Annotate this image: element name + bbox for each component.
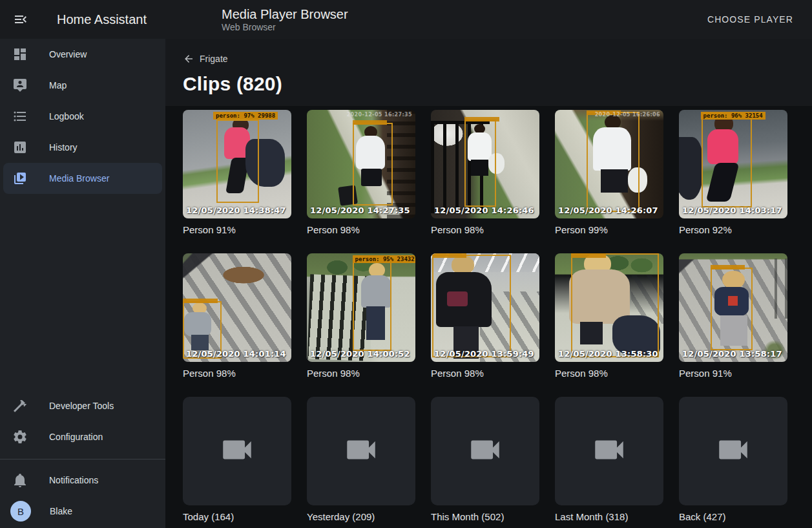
clip-card[interactable]: 12/05/2020 14:26:46Person 98% bbox=[431, 110, 539, 236]
folder-label: Yesterday (209) bbox=[307, 511, 415, 523]
detection-label bbox=[711, 265, 745, 269]
sidebar-item-configuration[interactable]: Configuration bbox=[3, 421, 162, 452]
folder-card-today-164-[interactable]: Today (164) bbox=[183, 397, 291, 523]
sidebar-item-label: Map bbox=[49, 80, 67, 90]
clip-timestamp: 12/05/2020 14:26:46 bbox=[434, 206, 534, 215]
clip-timestamp: 12/05/2020 14:27:35 bbox=[310, 206, 410, 215]
bell-icon bbox=[12, 472, 28, 488]
clip-caption: Person 91% bbox=[183, 224, 291, 236]
clip-thumbnail: 12/05/2020 13:59:49 bbox=[431, 253, 539, 362]
sidebar-spacer bbox=[0, 194, 165, 390]
detection-bounding-box bbox=[353, 123, 393, 206]
clip-caption: Person 91% bbox=[679, 368, 787, 379]
clip-caption: Person 99% bbox=[555, 224, 663, 236]
dashboard-icon bbox=[12, 47, 28, 62]
clip-card[interactable]: 12/05/2020 13:58:30Person 98% bbox=[555, 253, 663, 379]
detection-label: person: 95% 23432 bbox=[353, 255, 415, 263]
choose-player-button[interactable]: CHOOSE PLAYER bbox=[702, 9, 798, 30]
sidebar-item-user[interactable]: B Blake bbox=[3, 496, 162, 527]
clip-card[interactable]: person: 96% 3215412/05/2020 14:03:17Pers… bbox=[679, 110, 787, 236]
detection-label bbox=[432, 253, 467, 258]
clip-thumbnail: 12/05/2020 13:58:30 bbox=[555, 253, 663, 362]
video-camera-icon bbox=[590, 431, 628, 471]
clip-caption: Person 98% bbox=[307, 368, 415, 379]
detection-label bbox=[464, 117, 499, 121]
detection-bounding-box bbox=[571, 253, 659, 357]
clip-card[interactable]: 12/05/2020 13:59:49Person 98% bbox=[431, 253, 539, 379]
clip-card[interactable]: 12/05/2020 13:58:17Person 91% bbox=[679, 253, 787, 379]
breadcrumb-back-frigate[interactable]: Frigate bbox=[183, 53, 228, 65]
detection-label bbox=[353, 120, 388, 125]
clip-caption: Person 92% bbox=[679, 224, 787, 236]
gear-icon bbox=[12, 429, 28, 445]
clip-card[interactable]: 2020-12-05 16:26:0612/05/2020 14:26:07Pe… bbox=[555, 110, 663, 236]
clip-thumbnail: 12/05/2020 14:01:14 bbox=[183, 253, 291, 362]
media-browser-icon bbox=[12, 171, 28, 186]
sidebar-item-label: Media Browser bbox=[49, 173, 109, 184]
folder-thumbnail bbox=[183, 397, 291, 505]
folder-thumbnail bbox=[431, 397, 539, 505]
avatar: B bbox=[10, 501, 31, 522]
menu-open-icon[interactable] bbox=[13, 12, 28, 27]
top-app-bar: Home Assistant Media Player Browser Web … bbox=[0, 0, 812, 39]
folder-card-last-month-318-[interactable]: Last Month (318) bbox=[555, 397, 663, 523]
clip-thumbnail: 2020-12-05 16:27:3512/05/2020 14:27:35 bbox=[307, 110, 415, 218]
clip-timestamp: 12/05/2020 14:00:52 bbox=[310, 349, 410, 359]
folder-card-back-427-[interactable]: Back (427) bbox=[679, 397, 787, 523]
person-figure-extra bbox=[679, 137, 703, 200]
media-grid: person: 97% 2998812/05/2020 14:38:47Pers… bbox=[165, 106, 812, 523]
topbar-left: Home Assistant bbox=[0, 12, 165, 27]
clip-caption: Person 98% bbox=[431, 368, 539, 379]
sidebar-item-overview[interactable]: Overview bbox=[3, 39, 162, 70]
map-person-icon bbox=[12, 78, 28, 93]
folder-label: This Month (502) bbox=[431, 511, 539, 523]
sidebar-item-map[interactable]: Map bbox=[3, 70, 162, 101]
page-title: Clips (820) bbox=[183, 73, 812, 95]
clip-thumbnail: person: 95% 2343212/05/2020 14:00:52 bbox=[307, 253, 415, 362]
sidebar-footer-nav: Developer ToolsConfiguration bbox=[0, 390, 165, 452]
clip-card[interactable]: person: 95% 2343212/05/2020 14:00:52Pers… bbox=[307, 253, 415, 379]
sidebar-item-history[interactable]: History bbox=[3, 132, 162, 163]
sidebar: OverviewMapLogbookHistoryMedia Browser D… bbox=[0, 39, 165, 528]
camera-osd-timestamp: 2020-12-05 16:27:35 bbox=[347, 112, 412, 118]
folder-card-this-month-502-[interactable]: This Month (502) bbox=[431, 397, 539, 523]
detection-label: person: 97% 29988 bbox=[213, 112, 278, 120]
history-chart-icon bbox=[12, 140, 28, 155]
folder-label: Last Month (318) bbox=[555, 511, 663, 523]
sidebar-item-notifications[interactable]: Notifications bbox=[3, 465, 162, 496]
clip-timestamp: 12/05/2020 14:01:14 bbox=[186, 349, 286, 359]
clip-timestamp: 12/05/2020 13:58:30 bbox=[558, 349, 658, 359]
folder-label: Back (427) bbox=[679, 511, 787, 523]
detection-bounding-box bbox=[216, 120, 259, 203]
detection-bounding-box bbox=[711, 268, 753, 350]
clip-timestamp: 12/05/2020 14:26:07 bbox=[558, 206, 658, 215]
clip-timestamp: 12/05/2020 14:38:47 bbox=[186, 206, 286, 215]
clip-thumbnail: person: 96% 3215412/05/2020 14:03:17 bbox=[679, 110, 787, 218]
sidebar-item-media-browser[interactable]: Media Browser bbox=[3, 163, 162, 194]
folder-thumbnail bbox=[679, 397, 787, 505]
user-name: Blake bbox=[50, 506, 72, 516]
sidebar-item-label: Configuration bbox=[49, 432, 103, 442]
folder-card-yesterday-209-[interactable]: Yesterday (209) bbox=[307, 397, 415, 523]
panel-title: Media Player Browser bbox=[222, 6, 348, 22]
sidebar-item-label: Notifications bbox=[49, 475, 98, 485]
sidebar-item-label: Developer Tools bbox=[49, 401, 114, 411]
clip-caption: Person 98% bbox=[431, 224, 539, 236]
video-camera-icon bbox=[218, 431, 256, 471]
folder-label: Today (164) bbox=[183, 511, 291, 523]
sidebar-item-developer-tools[interactable]: Developer Tools bbox=[3, 390, 162, 421]
clip-card[interactable]: person: 97% 2998812/05/2020 14:38:47Pers… bbox=[183, 110, 291, 236]
logbook-list-icon bbox=[12, 109, 28, 124]
sidebar-divider bbox=[0, 459, 165, 459]
sidebar-item-logbook[interactable]: Logbook bbox=[3, 101, 162, 132]
clip-card[interactable]: 12/05/2020 14:01:14Person 98% bbox=[183, 253, 291, 379]
breadcrumb-label: Frigate bbox=[200, 54, 228, 64]
folder-thumbnail bbox=[555, 397, 663, 505]
panel-titles: Media Player Browser Web Browser bbox=[222, 6, 348, 33]
clip-card[interactable]: 2020-12-05 16:27:3512/05/2020 14:27:35Pe… bbox=[307, 110, 415, 236]
media-browser-content: person: 97% 2998812/05/2020 14:38:47Pers… bbox=[165, 106, 812, 528]
detection-bounding-box bbox=[353, 262, 391, 351]
main-header: Frigate Clips (820) bbox=[165, 39, 812, 106]
folder-thumbnail bbox=[307, 397, 415, 505]
detection-label bbox=[571, 253, 606, 258]
